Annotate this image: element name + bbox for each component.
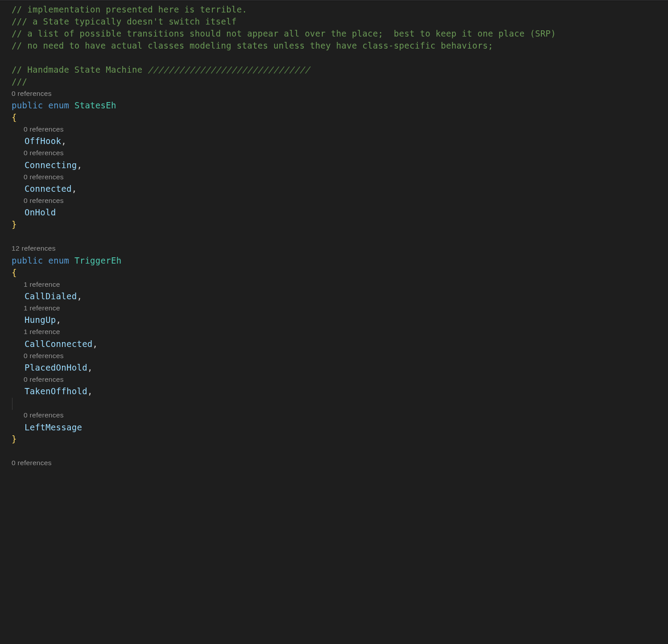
enum-member: Connected,: [12, 183, 668, 195]
code-editor[interactable]: // implementation presented here is terr…: [12, 4, 668, 469]
codelens-link[interactable]: 1 reference: [12, 326, 668, 338]
codelens-link[interactable]: 1 reference: [12, 279, 668, 290]
comment-line: // no need to have actual classes modeli…: [12, 41, 493, 50]
comment-line: // a list of possible transitions should…: [12, 29, 556, 38]
enum-member: PlacedOnHold,: [12, 362, 668, 374]
type-name: TriggerEh: [74, 256, 122, 265]
codelens-link[interactable]: 0 references: [12, 350, 668, 362]
type-name: StatesEh: [74, 100, 116, 110]
codelens-link[interactable]: 0 references: [12, 171, 668, 183]
open-brace: {: [12, 112, 17, 122]
doc-comment-line: /// a State typically doesn't switch its…: [12, 17, 237, 26]
blank-line: [12, 445, 668, 457]
enum-declaration: public enum TriggerEh: [12, 255, 668, 267]
enum-member: CallConnected,: [12, 338, 668, 350]
enum-member: OffHook,: [12, 135, 668, 147]
codelens-link[interactable]: 0 references: [12, 409, 668, 421]
codelens-link[interactable]: 0 references: [12, 457, 668, 469]
blank-line: [12, 231, 668, 243]
enum-member: OnHold: [12, 206, 668, 219]
enum-declaration: public enum StatesEh: [12, 99, 668, 111]
codelens-link[interactable]: 0 references: [12, 195, 668, 206]
codelens-link[interactable]: 1 reference: [12, 302, 668, 314]
codelens-link[interactable]: 0 references: [12, 88, 668, 99]
codelens-link[interactable]: 0 references: [12, 374, 668, 385]
enum-member: LeftMessage: [12, 421, 668, 433]
blank-line: [12, 52, 668, 64]
close-brace: }: [12, 434, 17, 444]
close-brace: }: [12, 219, 17, 229]
doc-comment-line: ///: [12, 77, 27, 87]
open-brace: {: [12, 268, 17, 277]
comment-line: // implementation presented here is terr…: [12, 4, 247, 14]
editor-tab-bar[interactable]: [0, 0, 668, 2]
comment-line: // Handmade State Machine //////////////…: [12, 64, 668, 76]
codelens-link[interactable]: 12 references: [12, 243, 668, 254]
enum-member: TakenOffhold,: [12, 385, 668, 397]
enum-member: Connecting,: [12, 159, 668, 171]
blank-line: [12, 397, 668, 409]
codelens-link[interactable]: 0 references: [12, 124, 668, 135]
enum-member: HungUp,: [12, 314, 668, 326]
codelens-link[interactable]: 0 references: [12, 147, 668, 159]
enum-member: CallDialed,: [12, 290, 668, 302]
